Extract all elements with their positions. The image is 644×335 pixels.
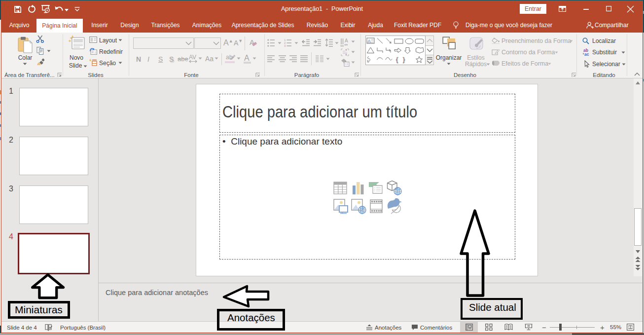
svg-text:ac: ac <box>584 52 589 56</box>
svg-text:3: 3 <box>284 44 286 47</box>
svg-text:{: { <box>396 56 398 63</box>
svg-text:}: } <box>403 56 405 63</box>
svg-text:A: A <box>345 38 348 43</box>
